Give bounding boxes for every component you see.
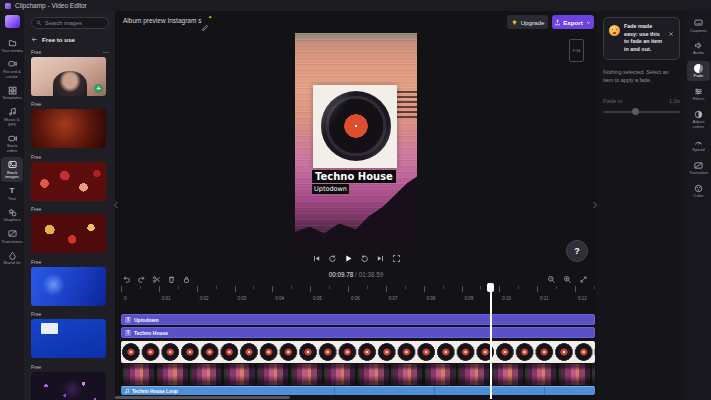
timeline-video-track-sunset[interactable] — [121, 364, 595, 385]
diamond-icon — [511, 19, 518, 26]
close-icon — [668, 31, 674, 37]
timeline-image-track-album[interactable] — [121, 341, 595, 363]
back-button[interactable]: Free to use — [31, 36, 109, 43]
sidebar-item-audio[interactable]: Audio — [687, 38, 710, 58]
fullscreen-button[interactable] — [392, 254, 401, 263]
sidebar-item-graphics[interactable]: Graphics — [1, 205, 23, 225]
sidebar-item-label: Graphics — [3, 218, 20, 223]
window-title: Clipchamp - Video Editor — [15, 2, 87, 9]
free-badge: Free — [31, 206, 41, 212]
playhead[interactable] — [490, 283, 492, 399]
captions-icon — [694, 18, 703, 27]
color-palette-icon — [694, 184, 703, 193]
sidebar-item-record-create[interactable]: Record & create — [1, 56, 23, 81]
play-button[interactable] — [344, 254, 353, 263]
sidebar-item-music-sfx[interactable]: Music & SFX — [1, 104, 23, 129]
stock-image-thumbnail[interactable]: + — [31, 57, 106, 96]
stock-image-thumbnail[interactable] — [31, 214, 106, 253]
stock-image-card[interactable]: Free ⋯ + — [31, 48, 109, 96]
sidebar-item-fade[interactable]: Fade — [687, 61, 710, 81]
sidebar-item-adjust-colors[interactable]: Adjust colors — [687, 107, 710, 132]
free-badge: Free — [31, 364, 41, 370]
sidebar-item-color[interactable]: Color — [687, 181, 710, 201]
clipchamp-brand-icon[interactable] — [5, 15, 20, 28]
more-options-icon[interactable]: ⋯ — [103, 49, 110, 55]
search-input[interactable]: Search images — [31, 17, 109, 29]
track-label: Techno House Loop — [132, 389, 178, 394]
aspect-ratio-button[interactable]: 9:16 — [569, 39, 584, 62]
zoom-fit-button[interactable] — [579, 270, 588, 279]
sidebar-item-transitions[interactable]: Transitions — [1, 226, 23, 246]
stock-image-thumbnail[interactable] — [31, 319, 106, 358]
sidebar-item-label: Captions — [690, 29, 707, 34]
back-arrow-icon — [31, 36, 38, 43]
ruler-tick: 0:09 — [462, 286, 474, 292]
stock-image-card[interactable]: Free — [31, 311, 109, 359]
search-placeholder: Search images — [45, 20, 82, 26]
video-preview[interactable]: Techno House Uptodown — [295, 33, 417, 252]
skip-to-start-button[interactable] — [312, 254, 321, 263]
export-label: Export — [563, 19, 583, 26]
upgrade-button[interactable]: Upgrade — [507, 15, 548, 29]
sidebar-item-templates[interactable]: Templates — [1, 83, 23, 103]
upgrade-label: Upgrade — [521, 19, 545, 26]
rewind-button[interactable] — [328, 254, 337, 263]
stock-image-card[interactable]: Free — [31, 101, 109, 149]
sidebar-item-text[interactable]: T Text — [1, 183, 23, 203]
playhead-handle[interactable] — [487, 283, 494, 292]
help-button[interactable]: ? — [566, 240, 588, 262]
timeline-text-track-uptodown[interactable]: T Uptodown — [121, 314, 595, 325]
skip-to-end-button[interactable] — [376, 254, 385, 263]
sidebar-item-label: Adjust colors — [687, 120, 710, 130]
sidebar-item-transition[interactable]: Transition — [687, 158, 710, 178]
fast-forward-button[interactable] — [360, 254, 369, 263]
timeline-text-track-techno-house[interactable]: T Techno House — [121, 327, 595, 338]
preview-title-text[interactable]: Techno House — [312, 170, 396, 183]
collapse-left-panel-button[interactable] — [112, 197, 119, 213]
sidebar-item-your-media[interactable]: Your media — [1, 35, 23, 55]
stock-image-card[interactable]: Free — [31, 258, 109, 306]
stock-image-thumbnail[interactable] — [31, 372, 106, 400]
stock-image-card[interactable]: Free — [31, 153, 109, 201]
pencil-icon — [201, 24, 209, 32]
timeline: 00:09.78 / 01:38.59 0 0:01 0:02 0:03 0:0… — [115, 265, 597, 400]
timeline-horizontal-scrollbar[interactable] — [115, 396, 290, 399]
sidebar-item-speed[interactable]: Speed — [687, 135, 710, 155]
add-to-timeline-button[interactable]: + — [94, 84, 103, 93]
free-badge: Free — [31, 101, 41, 107]
ruler-tick: 0:11 — [537, 286, 548, 292]
ruler-tick: 0:03 — [235, 286, 247, 292]
sidebar-item-captions[interactable]: Captions — [687, 15, 710, 35]
sidebar-item-brand-kit[interactable]: Brand kit — [1, 248, 23, 268]
fade-in-slider[interactable] — [603, 111, 680, 113]
zoom-in-button[interactable] — [563, 270, 572, 279]
music-note-icon — [124, 388, 130, 394]
sidebar-item-label: Brand kit — [4, 261, 21, 266]
timeline-ruler[interactable]: 0 0:01 0:02 0:03 0:04 0:05 0:06 0:07 0:0… — [115, 283, 597, 296]
timeline-audio-track[interactable]: Techno House Loop — [121, 386, 595, 395]
sidebar-item-filters[interactable]: Filters — [687, 84, 710, 104]
close-tooltip-button[interactable] — [668, 23, 674, 29]
zoom-out-button[interactable] — [547, 270, 556, 279]
stock-image-card[interactable]: Free — [31, 363, 109, 400]
left-sidebar: Your media Record & create Templates Mus… — [0, 11, 24, 400]
track-label: Techno House — [134, 330, 168, 336]
stock-image-thumbnail[interactable] — [31, 162, 106, 201]
project-title[interactable]: Album preview Instagram s — [123, 17, 201, 24]
stock-image-thumbnail[interactable] — [31, 267, 106, 306]
stock-image-thumbnail[interactable] — [31, 109, 106, 148]
export-button[interactable]: Export — [552, 15, 594, 29]
ruler-tick: 0:06 — [348, 286, 360, 292]
album-cover[interactable] — [313, 85, 397, 168]
fade-in-slider-handle[interactable] — [632, 108, 639, 115]
shapes-icon — [8, 208, 17, 217]
clipchamp-editor-window: Clipchamp - Video Editor Your media Reco… — [0, 0, 711, 400]
sidebar-item-label: Color — [693, 194, 703, 199]
sidebar-item-stock-images[interactable]: Stock images — [1, 157, 23, 182]
preview-subtitle-text[interactable]: Uptodown — [312, 184, 349, 194]
sidebar-item-stock-video[interactable]: Stock video — [1, 131, 23, 156]
sidebar-item-label: Your media — [1, 49, 23, 54]
sidebar-item-label: Text — [8, 197, 16, 202]
text-track-icon: T — [125, 317, 131, 323]
stock-image-card[interactable]: Free — [31, 206, 109, 254]
